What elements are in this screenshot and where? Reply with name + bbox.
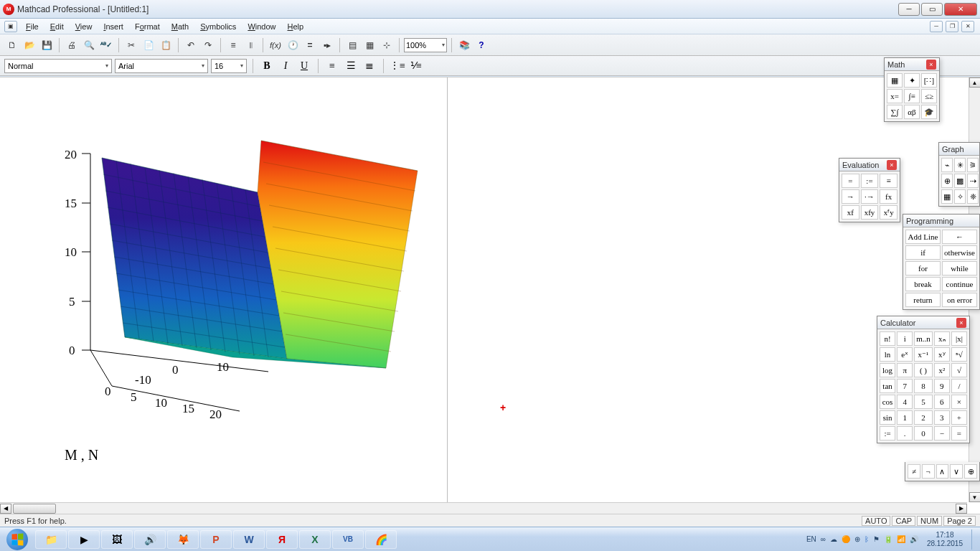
calc-button[interactable]: i xyxy=(897,331,913,346)
tray-flag-icon[interactable]: ⚑ xyxy=(873,535,880,543)
boolean-palette[interactable]: ≠¬∧∨⊕ xyxy=(905,462,980,481)
component-icon[interactable]: ▪▸ xyxy=(319,37,335,53)
horizontal-scrollbar[interactable]: ◀ ▶ xyxy=(0,502,967,514)
palette-button[interactable]: x= xyxy=(887,89,903,103)
goto2-icon[interactable]: ▦ xyxy=(362,37,377,53)
start-button[interactable] xyxy=(0,527,34,552)
taskbar-tool-icon[interactable]: 🖼 xyxy=(101,530,133,549)
maximize-button[interactable]: ▭ xyxy=(921,3,943,16)
graph-palette[interactable]: Graph ⌁✳⚞⊕▩⇢▦✧❈ xyxy=(938,142,980,207)
palette-button[interactable]: ⇢ xyxy=(967,174,979,188)
scroll-right-button[interactable]: ▶ xyxy=(956,504,967,514)
align2-icon[interactable]: ⫴ xyxy=(242,37,258,53)
palette-button[interactable]: ∫≡ xyxy=(904,89,920,103)
calc-button[interactable]: := xyxy=(880,426,895,441)
calc-button[interactable]: 8 xyxy=(914,379,933,393)
palette-button[interactable]: if xyxy=(905,245,941,260)
tray-lang[interactable]: EN xyxy=(806,535,816,543)
palette-button[interactable]: ≠ xyxy=(908,464,920,479)
zoom-select[interactable]: 100% xyxy=(404,38,447,52)
menu-help[interactable]: Help xyxy=(283,21,308,32)
paste-icon[interactable]: 📋 xyxy=(158,37,174,53)
calc-button[interactable]: = xyxy=(951,426,967,441)
align-right-icon[interactable]: ≣ xyxy=(362,58,377,74)
calculator-palette-title[interactable]: Calculator× xyxy=(877,316,969,329)
calc-button[interactable]: . xyxy=(897,426,913,441)
calc-button[interactable]: xʸ xyxy=(934,347,950,362)
tray-network-icon[interactable]: 📶 xyxy=(897,535,905,543)
equals-icon[interactable]: = xyxy=(302,37,318,53)
scroll-down-button[interactable]: ▼ xyxy=(969,492,981,502)
palette-button[interactable]: [∷] xyxy=(921,73,937,88)
menu-window[interactable]: Window xyxy=(243,21,280,32)
fx-icon[interactable]: f(x) xyxy=(268,37,283,53)
mdi-restore[interactable]: ❐ xyxy=(946,21,958,32)
region-icon[interactable]: ⊹ xyxy=(379,37,395,53)
calc-button[interactable]: 0 xyxy=(914,426,933,441)
palette-button[interactable]: ✧ xyxy=(954,189,966,204)
menu-edit[interactable]: Edit xyxy=(46,21,68,32)
palette-button[interactable]: 🎓 xyxy=(921,105,937,119)
palette-button[interactable]: on error xyxy=(942,293,977,307)
align-center-icon[interactable]: ☰ xyxy=(343,58,359,74)
open-icon[interactable]: 📂 xyxy=(22,37,37,53)
menu-file[interactable]: File xyxy=(22,21,43,32)
palette-button[interactable]: ⚞ xyxy=(967,158,979,172)
palette-button[interactable]: return xyxy=(905,293,941,307)
palette-button[interactable]: ✳ xyxy=(954,158,966,172)
taskbar-word-icon[interactable]: W xyxy=(233,530,265,549)
palette-button[interactable]: αβ xyxy=(904,105,920,119)
scroll-left-button[interactable]: ◀ xyxy=(0,504,11,514)
calc-button[interactable]: cos xyxy=(880,395,895,409)
calc-button[interactable]: ⁿ√ xyxy=(951,347,967,362)
calc-button[interactable]: × xyxy=(951,395,967,409)
font-combo[interactable]: Arial xyxy=(115,59,208,73)
palette-button[interactable]: ≡ xyxy=(880,174,897,188)
palette-button[interactable]: ▩ xyxy=(954,174,966,188)
italic-button[interactable]: I xyxy=(278,58,293,74)
taskbar-mathcad-icon[interactable]: 🌈 xyxy=(365,530,397,549)
palette-button[interactable]: otherwise xyxy=(942,245,977,260)
calc-button[interactable]: 5 xyxy=(914,395,933,409)
palette-button[interactable]: fx xyxy=(880,189,897,204)
palette-button[interactable]: xfy xyxy=(861,205,879,220)
close-button[interactable]: ✕ xyxy=(944,3,977,16)
palette-button[interactable]: ≤≥ xyxy=(921,89,937,103)
style-combo[interactable]: Normal xyxy=(4,59,112,73)
palette-button[interactable]: = xyxy=(842,174,859,188)
taskbar-powerpoint-icon[interactable]: P xyxy=(200,530,232,549)
mdi-minimize[interactable]: ─ xyxy=(930,21,943,32)
calc-button[interactable]: + xyxy=(951,410,967,425)
new-icon[interactable]: 🗋 xyxy=(4,37,20,53)
calc-button[interactable]: √ xyxy=(951,363,967,377)
redo-icon[interactable]: ↷ xyxy=(200,37,216,53)
palette-button[interactable]: ▦ xyxy=(941,189,953,204)
taskbar-excel-icon[interactable]: X xyxy=(299,530,331,549)
taskbar-mediaplayer-icon[interactable]: ▶ xyxy=(68,530,100,549)
math-palette[interactable]: Math× ▦✦[∷]x=∫≡≤≥∑∫αβ🎓 xyxy=(884,57,940,122)
cut-icon[interactable]: ✂ xyxy=(123,37,139,53)
close-icon[interactable]: × xyxy=(956,318,966,328)
palette-button[interactable]: → xyxy=(842,189,859,204)
calc-button[interactable]: 4 xyxy=(897,395,913,409)
size-combo[interactable]: 16 xyxy=(211,59,247,73)
calc-button[interactable]: ( ) xyxy=(914,363,933,377)
menu-symbolics[interactable]: Symbolics xyxy=(196,21,240,32)
scroll-up-button[interactable]: ▲ xyxy=(969,77,981,88)
calc-button[interactable]: / xyxy=(951,379,967,393)
calc-button[interactable]: m..n xyxy=(914,331,933,346)
palette-button[interactable]: ❈ xyxy=(967,189,979,204)
programming-palette-title[interactable]: Programming xyxy=(903,215,979,227)
calc-button[interactable]: − xyxy=(934,426,950,441)
print-icon[interactable]: 🖨 xyxy=(64,37,80,53)
palette-button[interactable]: ✦ xyxy=(904,73,920,88)
calc-button[interactable]: xₙ xyxy=(934,331,950,346)
document-page[interactable]: 20 15 10 5 0 -10 0 10 0 5 10 15 20 M , N xyxy=(3,77,448,514)
calc-button[interactable]: 1 xyxy=(897,410,913,425)
calc-button[interactable]: n! xyxy=(880,331,895,346)
surface-plot[interactable]: 20 15 10 5 0 -10 0 10 0 5 10 15 20 xyxy=(46,113,433,422)
palette-button[interactable]: ∧ xyxy=(936,464,949,479)
calc-button[interactable]: x⁻¹ xyxy=(914,347,933,362)
palette-button[interactable]: ← xyxy=(942,230,977,244)
align-left-icon[interactable]: ≡ xyxy=(324,58,340,74)
